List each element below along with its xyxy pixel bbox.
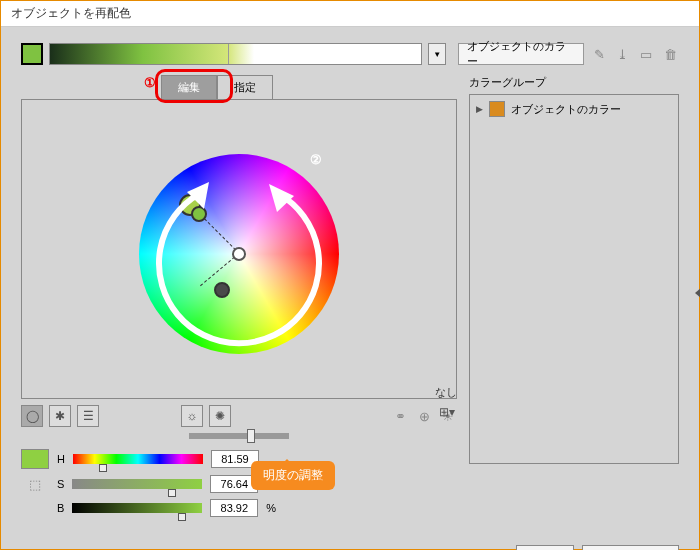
grid-icon[interactable]: ⊞▾	[439, 405, 455, 419]
color-group-list: ▶ オブジェクトのカラー	[469, 94, 679, 464]
chevron-right-icon: ▶	[476, 104, 483, 114]
none-label: なし	[435, 385, 457, 400]
wheel-mode-bars[interactable]: ☰	[77, 405, 99, 427]
folder-icon[interactable]: ▭	[638, 45, 656, 63]
current-color-swatch[interactable]	[21, 449, 49, 469]
wheel-mode-smooth[interactable]: ◯	[21, 405, 43, 427]
s-label: S	[57, 478, 64, 490]
tab-assign[interactable]: 指定	[217, 75, 273, 100]
svg-marker-0	[269, 184, 294, 212]
harmony-preview[interactable]	[49, 43, 423, 65]
panel-collapse-icon[interactable]	[695, 287, 700, 299]
annotation-bubble: 明度の調整	[251, 461, 335, 490]
save-icon[interactable]: ⤓	[614, 45, 632, 63]
trash-icon[interactable]: 🗑	[661, 45, 679, 63]
dialog-footer: オブジェクトを再配色(A) OK キャンセル	[1, 535, 699, 550]
wheel-controls: ◯ ✱ ☰ ☼ ✺ ⚭ ⊕ ☀	[21, 405, 457, 427]
add-color-icon[interactable]: ⊕	[415, 407, 433, 425]
b-label: B	[57, 502, 64, 514]
color-group-panel: カラーグループ ▶ オブジェクトのカラー	[469, 75, 679, 523]
hsb-controls: H ⬚ S % B	[21, 449, 457, 517]
harmony-dropdown[interactable]: ▼	[428, 43, 446, 65]
recolor-dialog: オブジェクトを再配色 ▼ オブジェクトのカラー ✎ ⤓ ▭ 🗑 ① 編集 指定	[0, 0, 700, 550]
brightness-slider[interactable]	[189, 433, 289, 439]
brightness-slider-thumb[interactable]	[247, 429, 255, 443]
group-item-label: オブジェクトのカラー	[511, 102, 621, 117]
ok-button[interactable]: OK	[516, 545, 574, 550]
active-color-swatch[interactable]	[21, 43, 43, 65]
top-toolbar: ▼ オブジェクトのカラー ✎ ⤓ ▭ 🗑	[21, 43, 679, 65]
color-wheel-frame: ②	[21, 99, 457, 399]
sat-slider[interactable]	[72, 479, 202, 489]
wheel-mode-segmented[interactable]: ✱	[49, 405, 71, 427]
link-icon[interactable]: ⚭	[391, 407, 409, 425]
bri-slider[interactable]	[72, 503, 202, 513]
cancel-button[interactable]: キャンセル	[582, 545, 679, 550]
preset-name[interactable]: オブジェクトのカラー	[458, 43, 584, 65]
annotation-badge-1: ①	[141, 73, 159, 91]
color-group-title: カラーグループ	[469, 75, 679, 90]
color-group-item[interactable]: ▶ オブジェクトのカラー	[474, 99, 674, 119]
color-wheel[interactable]	[139, 154, 339, 354]
brightness-mode-icon[interactable]: ☼	[181, 405, 203, 427]
cube-icon[interactable]: ⬚	[21, 475, 49, 493]
saturation-mode-icon[interactable]: ✺	[209, 405, 231, 427]
svg-marker-1	[187, 182, 209, 209]
wand-icon[interactable]: ✎	[590, 45, 608, 63]
bri-input[interactable]	[210, 499, 258, 517]
edit-panel: ① 編集 指定	[21, 75, 457, 523]
annotation-badge-2: ②	[307, 150, 325, 168]
b-unit: %	[266, 502, 276, 514]
rotation-arrow-icon	[139, 154, 339, 354]
tab-edit[interactable]: 編集	[161, 75, 217, 100]
window-title: オブジェクトを再配色	[1, 1, 699, 27]
group-item-swatch	[489, 101, 505, 117]
h-label: H	[57, 453, 65, 465]
hue-slider[interactable]	[73, 454, 203, 464]
